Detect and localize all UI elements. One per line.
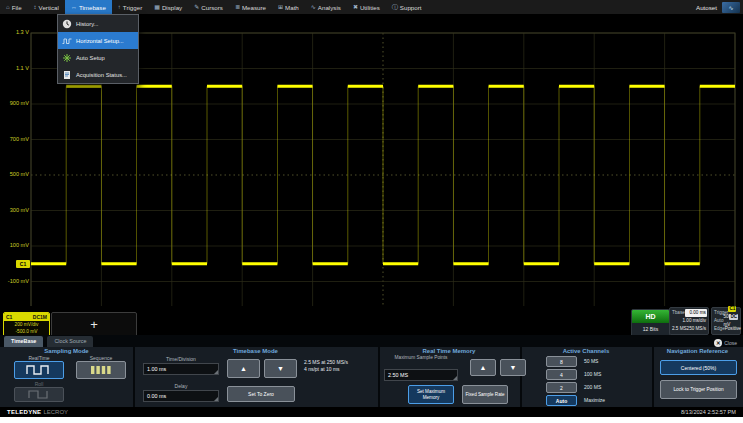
roll-mode-button[interactable]: [14, 387, 64, 402]
vertical-icon: ↕: [34, 4, 37, 10]
menu-label: Math: [285, 4, 299, 11]
channels-auto-button[interactable]: Auto: [546, 395, 577, 406]
channels-4-button[interactable]: 4: [546, 369, 577, 380]
real-time-memory-section: Real Time Memory Maximum Sample Points 2…: [378, 347, 520, 407]
menu-label: Vertical: [39, 4, 59, 11]
time-division-increase-button[interactable]: ▲: [227, 359, 260, 378]
channel1-offset-marker[interactable]: C1: [16, 260, 30, 268]
bit-depth: 12 Bits: [632, 323, 669, 335]
menu-item-cursors[interactable]: ✎Cursors: [188, 0, 229, 14]
menu-item-display[interactable]: ▦Display: [148, 0, 188, 14]
close-panel-button[interactable]: ✕ Close: [714, 339, 743, 347]
menu-item-support[interactable]: ⓘSupport: [386, 0, 428, 14]
menu-item-utilities[interactable]: ✖Utilities: [347, 0, 386, 14]
auto-setup-icon: [62, 53, 72, 63]
memory-increase-button[interactable]: ▲: [470, 359, 496, 376]
autoset-button[interactable]: Autoset: [691, 4, 722, 11]
analysis-icon: ∿: [311, 4, 316, 10]
channels-4-memory: 100 MS: [584, 371, 624, 377]
up-arrow-icon: ▲: [240, 365, 247, 372]
menu-item-acquisition-status[interactable]: Acquisition Status...: [58, 66, 138, 83]
menu-item-timebase[interactable]: ↔Timebase: [65, 0, 112, 14]
max-sample-points-field[interactable]: 2.50 MS: [384, 369, 458, 381]
realtime-mode-button[interactable]: [14, 361, 64, 379]
set-to-zero-button[interactable]: Set To Zero: [227, 386, 295, 402]
section-title: Timebase Mode: [133, 348, 378, 354]
hd-badge: HD: [632, 310, 669, 323]
y-axis-label: 1.3 V: [0, 29, 29, 35]
support-icon: ⓘ: [392, 4, 398, 10]
navigation-reference-section: Navigation Reference Centered (50%) Lock…: [652, 347, 743, 407]
brand-teledyne: TELEDYNE: [7, 409, 41, 415]
channel1-descriptor[interactable]: C1DC1M 200 mV/div -500.0 mV: [3, 312, 50, 337]
menu-item-auto-setup[interactable]: Auto Setup: [58, 49, 138, 66]
delay-field[interactable]: 0.00 ms: [143, 390, 219, 402]
history-icon: [62, 19, 72, 29]
max-sample-points-label: Maximum Sample Points: [388, 355, 454, 360]
time-division-field[interactable]: 1.00 ms: [143, 363, 219, 375]
close-icon: ✕: [714, 339, 722, 347]
y-axis-label: 100 mV: [0, 242, 29, 248]
acquisition-info-line1: 2.5 MS at 250 MS/s: [304, 359, 376, 366]
acquisition-info-line2: 4 ns/pt at 10 ms: [304, 366, 376, 373]
down-arrow-icon: ▼: [510, 364, 517, 371]
menu-item-label: Horizontal Setup...: [76, 38, 124, 44]
menu-item-label: Auto Setup: [76, 55, 105, 61]
menu-item-analysis[interactable]: ∿Analysis: [305, 0, 347, 14]
sequence-mode-button[interactable]: [76, 361, 126, 379]
trigger-mode: Auto: [714, 317, 723, 325]
acquisition-info: 2.5 MS at 250 MS/s 4 ns/pt at 10 ms: [304, 359, 376, 373]
time-division-decrease-button[interactable]: ▼: [264, 359, 297, 378]
trigger-icon: ↑: [118, 4, 121, 10]
menu-bar: ⌂File ↕Vertical ↔Timebase ↑Trigger ▦Disp…: [0, 0, 743, 15]
section-title: Sampling Mode: [0, 348, 133, 354]
centered-50-button[interactable]: Centered (50%): [660, 360, 737, 375]
trigger-descriptor[interactable]: TriggerC1DC Auto500 mV EdgePositive: [711, 307, 741, 335]
close-label: Close: [724, 340, 737, 346]
channel-offset: -500.0 mV: [4, 328, 49, 335]
tbase-scale: 1.00 ms/div: [683, 317, 707, 325]
menu-item-history[interactable]: History...: [58, 15, 138, 32]
y-axis-label: 700 mV: [0, 136, 29, 142]
menu-item-vertical[interactable]: ↕Vertical: [28, 0, 65, 14]
set-maximum-memory-button[interactable]: Set Maximum Memory: [408, 385, 454, 404]
timebase-descriptor[interactable]: Tbase0.00 ms 1.00 ms/div 2.5 MS250 MS/s: [669, 307, 709, 335]
realtime-waveform-icon: [26, 365, 52, 375]
coupling-badge: DC1M: [33, 314, 47, 320]
utilities-icon: ✖: [353, 4, 358, 10]
channels-8-memory: 50 MS: [584, 358, 624, 364]
timebase-icon: ↔: [71, 4, 77, 10]
channel-name: C1: [6, 314, 12, 320]
menu-item-measure[interactable]: ≣Measure: [229, 0, 272, 14]
trigger-source-badge: C1: [728, 306, 736, 312]
lecroy-logo-icon: ∿: [722, 2, 740, 13]
active-channels-section: Active Channels 8 50 MS 4 100 MS 2 200 M…: [520, 347, 652, 407]
y-axis-label: 1.1 V: [0, 65, 29, 71]
channels-8-button[interactable]: 8: [546, 356, 577, 367]
dialog-tab-bar: TimeBase Clock Source ✕ Close: [0, 335, 743, 347]
section-title: Real Time Memory: [378, 348, 520, 354]
cursors-icon: ✎: [194, 4, 199, 10]
timebase-menu-dropdown: History... Horizontal Setup... Auto Setu…: [57, 14, 139, 84]
section-title: Navigation Reference: [652, 348, 743, 354]
menu-item-math[interactable]: ⊞Math: [272, 0, 305, 14]
menu-item-horizontal-setup[interactable]: Horizontal Setup...: [58, 32, 138, 49]
fixed-sample-rate-button[interactable]: Fixed Sample Rate: [462, 385, 508, 404]
add-trace-button[interactable]: +: [51, 312, 137, 337]
acquisition-status-icon: [62, 70, 72, 80]
menu-item-trigger[interactable]: ↑Trigger: [112, 0, 148, 14]
y-axis-label: 500 mV: [0, 171, 29, 177]
tab-clock-source[interactable]: Clock Source: [47, 336, 93, 347]
menu-item-file[interactable]: ⌂File: [0, 0, 28, 14]
channels-2-button[interactable]: 2: [546, 382, 577, 393]
tab-timebase[interactable]: TimeBase: [4, 336, 43, 347]
up-arrow-icon: ▲: [480, 364, 487, 371]
menu-item-label: Acquisition Status...: [76, 72, 127, 78]
menu-item-label: History...: [76, 21, 98, 27]
menu-label: Support: [400, 4, 422, 11]
roll-waveform-icon: [28, 390, 50, 399]
trigger-type: Edge: [714, 325, 725, 333]
y-axis-label: 300 mV: [0, 207, 29, 213]
sampling-mode-section: Sampling Mode RealTime Sequence Roll: [0, 347, 133, 407]
lock-to-trigger-button[interactable]: Lock to Trigger Position: [660, 380, 737, 399]
